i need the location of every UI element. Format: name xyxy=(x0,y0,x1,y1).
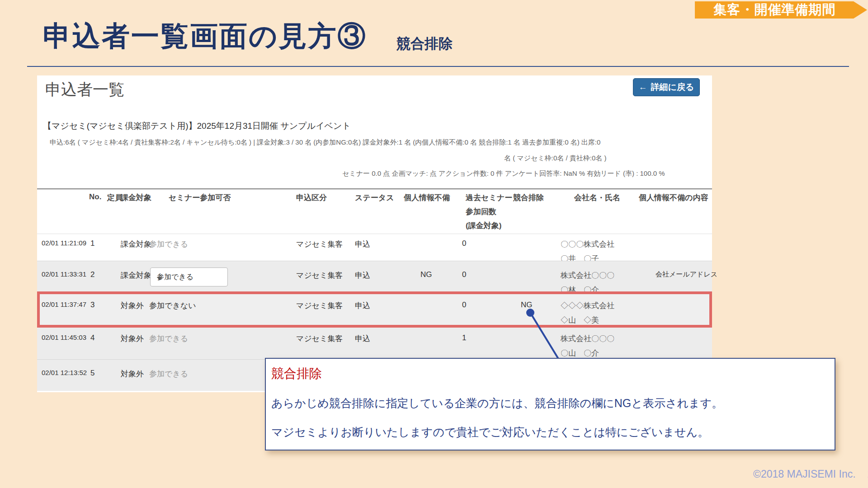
col-header-missing-detail: 個人情報不備の内容 xyxy=(639,192,708,203)
callout-line-2: マジセミよりお断りいたしますので貴社でご対応いただくことは特にございません。 xyxy=(271,425,709,440)
table-row: 02/01 11:21:09 1 課金対象 参加できる マジセミ集客 申込 0 … xyxy=(37,234,712,261)
cell-person: 〇山 〇介 xyxy=(561,348,599,358)
stats-line-1: 申込:6名 ( マジセミ枠:4名 / 貴社集客枠:2名 / キャンセル待ち:0名… xyxy=(50,138,600,147)
title-divider xyxy=(27,66,849,67)
slide-footer: ©2018 MAJISEMI Inc. 26 xyxy=(753,468,868,480)
cell-time: 02/01 11:33:31 xyxy=(42,270,86,278)
cell-company: 株式会社〇〇〇 xyxy=(561,270,614,281)
phase-banner: 集客・開催準備期間 xyxy=(695,1,867,19)
cell-company: 〇〇〇株式会社 xyxy=(561,239,614,249)
chevron-down-icon xyxy=(157,277,162,280)
table-row: 02/01 11:33:31 2 課金対象 参加できる マジセミ集客 申込 NG… xyxy=(37,261,712,291)
cell-attendance: 参加できる xyxy=(149,369,188,379)
table-row: 02/01 11:45:03 4 対象外 参加できる マジセミ集客 申込 1 株… xyxy=(37,328,712,359)
stats-line-3: セミナー 0.0 点 企画マッチ: 点 アクション件数: 0 件 アンケート回答… xyxy=(342,169,665,178)
event-title: 【マジセミ(マジセミ倶楽部テスト用)】2025年12月31日開催 サンプルイベン… xyxy=(43,120,351,132)
callout-line-1: あらかじめ競合排除に指定している企業の方には、競合排除の欄にNGと表示されます。 xyxy=(271,396,723,411)
panel-heading: 申込者一覧 xyxy=(45,79,124,100)
cell-billing: 課金対象 xyxy=(121,239,151,249)
cell-no: 4 xyxy=(90,333,94,343)
applicant-list-panel: 申込者一覧 ← 詳細に戻る 【マジセミ(マジセミ倶楽部テスト用)】2025年12… xyxy=(37,75,712,392)
cell-past-count: 0 xyxy=(462,270,466,279)
cell-company: ◇◇◇株式会社 xyxy=(561,300,614,311)
col-header-info-missing: 個人情報不備 xyxy=(404,192,450,203)
col-header-capacity: 定員 xyxy=(107,192,123,203)
cell-time: 02/01 11:45:03 xyxy=(42,333,86,341)
cell-status: 申込 xyxy=(355,270,370,281)
cell-no: 3 xyxy=(90,300,94,310)
col-header-past-billing: (課金対象) xyxy=(466,221,501,231)
table-row-highlighted: 02/01 11:37:47 3 対象外 参加できない マジセミ集客 申込 0 … xyxy=(37,291,712,328)
cell-company: 株式会社〇〇〇 xyxy=(561,333,614,344)
col-header-company: 会社名・氏名 xyxy=(574,192,620,203)
table-header-row: No. 定員 課金対象 セミナー参加可否 申込区分 ステータス 個人情報不備 過… xyxy=(37,188,712,229)
cell-info-missing: NG xyxy=(420,270,432,279)
col-header-billing: 課金対象 xyxy=(121,192,151,203)
col-header-no: No. xyxy=(89,192,101,202)
cell-billing: 課金対象 xyxy=(121,270,151,281)
phase-banner-label: 集客・開催準備期間 xyxy=(714,1,836,19)
cell-person: ◇山 ◇美 xyxy=(561,315,599,325)
back-arrow-icon: ← xyxy=(639,82,647,92)
cell-billing: 対象外 xyxy=(121,300,144,311)
attendance-select[interactable]: 参加できる xyxy=(150,267,228,286)
cell-attendance: 参加できる xyxy=(149,333,188,344)
back-button-label: 詳細に戻る xyxy=(651,81,694,93)
col-header-attendance: セミナー参加可否 xyxy=(169,192,231,203)
page-subtitle: 競合排除 xyxy=(396,34,453,53)
cell-category: マジセミ集客 xyxy=(296,333,343,344)
cell-no: 5 xyxy=(90,369,94,378)
callout-box: 競合排除 あらかじめ競合排除に指定している企業の方には、競合排除の欄にNGと表示… xyxy=(265,358,835,450)
cell-exclusion-ng: NG xyxy=(521,300,533,310)
page-title: 申込者一覧画面の見方③ xyxy=(43,17,367,55)
cell-attendance: 参加できる xyxy=(149,239,188,249)
col-header-exclusion: 競合排除 xyxy=(513,192,544,203)
attendance-select-value: 参加できる xyxy=(157,272,193,282)
cell-missing-detail: 会社メールアドレス xyxy=(656,270,717,279)
cell-past-count: 1 xyxy=(462,333,466,343)
cell-time: 02/01 11:21:09 xyxy=(42,239,86,247)
cell-category: マジセミ集客 xyxy=(296,239,343,249)
callout-title: 競合排除 xyxy=(271,365,322,382)
cell-past-count: 0 xyxy=(462,239,466,248)
copyright-text: ©2018 MAJISEMI Inc. xyxy=(753,468,856,480)
back-to-detail-button[interactable]: ← 詳細に戻る xyxy=(633,78,700,96)
stats-line-2: 名 ( マジセミ枠:0名 / 貴社枠:0名 ) xyxy=(504,154,606,163)
cell-status: 申込 xyxy=(355,239,370,249)
cell-billing: 対象外 xyxy=(121,369,144,379)
col-header-past-seminar: 過去セミナー xyxy=(466,192,512,203)
col-header-category: 申込区分 xyxy=(296,192,327,203)
cell-past-count: 0 xyxy=(462,300,466,310)
cell-no: 1 xyxy=(90,239,94,248)
cell-category: マジセミ集客 xyxy=(296,300,343,311)
cell-status: 申込 xyxy=(355,300,370,311)
cell-no: 2 xyxy=(90,270,94,279)
cell-time: 02/01 11:37:47 xyxy=(42,300,86,308)
cell-attendance: 参加できない xyxy=(149,300,196,311)
cell-billing: 対象外 xyxy=(121,333,144,344)
col-header-status: ステータス xyxy=(355,192,394,203)
cell-category: マジセミ集客 xyxy=(296,270,343,281)
cell-status: 申込 xyxy=(355,333,370,344)
cell-time: 02/01 12:13:52 xyxy=(42,369,87,376)
slide-canvas: 集客・開催準備期間 申込者一覧画面の見方③ 競合排除 申込者一覧 ← 詳細に戻る… xyxy=(0,0,868,488)
col-header-past-count: 参加回数 xyxy=(466,206,496,217)
